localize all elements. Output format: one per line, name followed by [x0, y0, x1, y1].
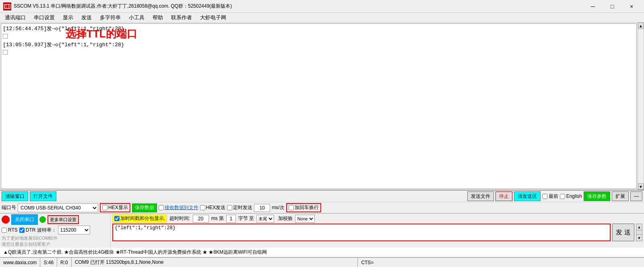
title-bar: SSCOM V5.13.1 串口/网络数据调试器,作者:大虾丁丁,2618058…: [0, 0, 644, 13]
open-file-button[interactable]: 打开文件: [30, 191, 56, 201]
send-input[interactable]: {"left":1,"right":28}: [112, 224, 611, 241]
add-crlf-label: 加回车换行: [295, 204, 319, 211]
minus-button[interactable]: —: [630, 191, 642, 201]
scroll-down-button[interactable]: ▼: [638, 183, 644, 190]
stop-button[interactable]: 停止: [495, 191, 512, 201]
green-indicator[interactable]: [39, 216, 46, 223]
port-select[interactable]: COM9 USB-SERIAL CH340: [18, 203, 98, 212]
hex-display-box: HEX显示: [100, 203, 130, 212]
combined-row-3-4: 关闭串口 更多串口设置 RTS DTR 波特率：: [0, 213, 644, 248]
log-scrollbar[interactable]: ▲ ▼: [638, 23, 644, 190]
dtr-checkbox[interactable]: [19, 228, 25, 233]
send-button[interactable]: 发 送: [612, 224, 634, 241]
hex-display-label: HEX显示: [108, 204, 128, 211]
log-timestamp-1: [12:56:44.475]发→◇{"left":1,"right":28}: [3, 26, 124, 32]
time-display-checkbox[interactable]: [114, 216, 120, 221]
clear-window-button[interactable]: 清除窗口: [2, 191, 28, 201]
app-title: SSCOM V5.13.1 串口/网络数据调试器,作者:大虾丁丁,2618058…: [14, 3, 584, 10]
english-checkbox[interactable]: [560, 194, 565, 199]
port-number-label: 端口号: [2, 204, 16, 211]
record-button[interactable]: [2, 216, 10, 224]
close-port-row: 关闭串口 更多串口设置: [2, 214, 109, 225]
rts-checkbox[interactable]: [2, 228, 7, 233]
rts-text: RTS: [8, 227, 18, 233]
ticker-row: ▲Q群满员了,没有第二个群. ★合宙高性价比4G模块 ★RT-Thread中国人…: [0, 248, 644, 257]
menu-website[interactable]: 大虾电子网: [197, 13, 229, 22]
menu-display[interactable]: 显示: [60, 13, 76, 22]
app-icon: [3, 2, 11, 10]
receive-to-file-checkbox[interactable]: [159, 205, 164, 210]
promo-text: 为了更好地发展SSCOM软件 请您注册嘉立创结尾客户: [2, 235, 109, 247]
scroll-up-button[interactable]: ▲: [638, 23, 644, 29]
status-cts: CTS=: [358, 258, 644, 267]
byte-end-select[interactable]: 末尾: [256, 215, 274, 223]
menu-comm-port[interactable]: 通讯端口: [2, 13, 29, 22]
timed-unit: ms/次: [272, 204, 284, 211]
window-controls: ─ □ ×: [584, 0, 641, 12]
close-button[interactable]: ×: [622, 0, 641, 12]
menu-multistring[interactable]: 多字符串: [97, 13, 124, 22]
timed-send-checkbox[interactable]: [227, 205, 232, 210]
add-crlf-box: 加回车换行: [286, 203, 321, 212]
english-checkbox-label: English: [560, 193, 582, 199]
expand-button[interactable]: 扩展: [612, 191, 629, 201]
close-port-button[interactable]: 关闭串口: [11, 214, 38, 225]
maximize-button[interactable]: □: [603, 0, 621, 12]
send-scrollbar[interactable]: ▲ ▼: [636, 224, 642, 241]
promo-line-1: 为了更好地发展SSCOM软件: [2, 235, 109, 241]
send-scroll-track: [636, 230, 642, 234]
minimize-button[interactable]: ─: [584, 0, 602, 12]
checksum-select[interactable]: None: [295, 215, 315, 223]
most-recent-checkbox[interactable]: [542, 194, 547, 199]
status-received: R:0: [57, 258, 72, 267]
save-data-button[interactable]: 保存数据: [132, 203, 157, 212]
promo-line-2: 请您注册嘉立创结尾客户: [2, 241, 109, 247]
hex-display-checkbox[interactable]: [102, 205, 107, 210]
hex-send-text: HEX发送: [206, 204, 226, 211]
main-area: [12:56:44.475]发→◇{"left":1,"right":28} […: [0, 23, 644, 267]
status-sent-text: S:46: [43, 260, 54, 265]
menu-help[interactable]: 帮助: [149, 13, 166, 22]
timed-send-text: 定时发送: [233, 204, 252, 211]
save-params-button[interactable]: 保存参数: [584, 191, 610, 201]
menu-contact[interactable]: 联系作者: [168, 13, 195, 22]
log-line-2: [3, 33, 635, 40]
bottom-toolbar: 清除窗口 打开文件 发送文件 停止 清发送区 最前 English 保存参数 扩…: [0, 190, 644, 267]
receive-to-file-label: 接收数据到文件: [159, 204, 198, 211]
hex-send-checkbox[interactable]: [200, 205, 205, 210]
clear-send-area-button[interactable]: 清发送区: [514, 191, 541, 201]
right-column: 加时间戳和分包显示, 超时时间: ms 第 字节 至 末尾 加校验 None: [111, 214, 644, 248]
rts-dtr-baud-row: RTS DTR 波特率： 115200 9600 57600 38400 192…: [2, 226, 109, 234]
log-line-1: [12:56:44.475]发→◇{"left":1,"right":28}: [3, 25, 635, 33]
byte-from-input[interactable]: [226, 215, 236, 223]
most-recent-label: 最前: [549, 193, 558, 200]
add-crlf-checkbox[interactable]: [289, 205, 294, 210]
timeout-input[interactable]: [193, 215, 209, 223]
menu-port-settings[interactable]: 串口设置: [31, 13, 58, 22]
baud-rate-select[interactable]: 115200 9600 57600 38400 19200: [58, 226, 90, 234]
send-file-button[interactable]: 发送文件: [467, 191, 494, 201]
log-checkbox-1: [3, 34, 8, 39]
time-display-text: 加时间戳和分包显示,: [120, 215, 165, 222]
status-website-text: www.daxia.com: [3, 260, 37, 265]
english-label: English: [566, 193, 582, 199]
send-area-row: {"left":1,"right":28} 发 送 ▲ ▼: [112, 224, 642, 241]
send-scroll-up[interactable]: ▲: [636, 224, 642, 230]
ticker-text: ▲Q群满员了,没有第二个群. ★合宙高性价比4G模块 ★RT-Thread中国人…: [3, 249, 267, 256]
status-bar: www.daxia.com S:46 R:0 COM9 已打开 115200bp…: [0, 257, 644, 267]
hex-send-label: HEX发送: [200, 204, 226, 211]
menu-tools[interactable]: 小工具: [126, 13, 148, 22]
send-scroll-down[interactable]: ▼: [636, 234, 642, 241]
log-output-area: [12:56:44.475]发→◇{"left":1,"right":28} […: [1, 23, 637, 189]
status-sent: S:46: [40, 258, 57, 267]
dtr-label: DTR: [19, 227, 36, 233]
status-received-text: R:0: [60, 260, 68, 265]
status-port-info: COM9 已打开 115200bps,8,1,None,None: [72, 258, 358, 267]
rts-label: RTS: [2, 227, 18, 233]
baud-rate-label: 波特率：: [37, 227, 56, 234]
timed-send-value[interactable]: [254, 204, 270, 212]
more-settings-button[interactable]: 更多串口设置: [47, 215, 79, 224]
menu-send[interactable]: 发送: [78, 13, 95, 22]
scroll-track: [638, 29, 644, 183]
dtr-text: DTR: [26, 227, 36, 233]
